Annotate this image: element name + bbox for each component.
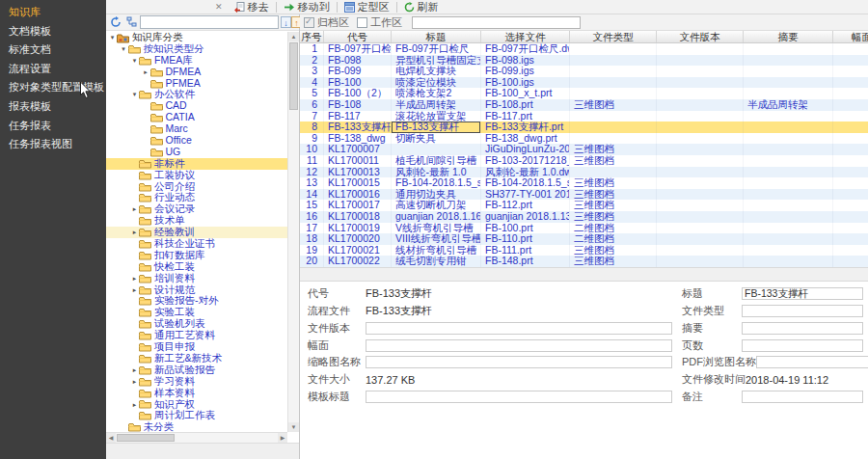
tree-item[interactable]: Marc [106, 123, 287, 135]
form-input[interactable] [366, 356, 672, 368]
table-row[interactable]: 14KL1700016通用切边夹具SH377-TY-001 2018.1.12.… [300, 189, 868, 201]
table-row[interactable]: 10KL1700007JiGuDingLunZu-2018.1.5.prt三维图… [300, 144, 868, 155]
chevron-down-icon[interactable]: ▾ [108, 32, 117, 43]
table-row[interactable]: 7FB-117滚花轮放置支架FB-117.prt [300, 111, 868, 122]
tree-item[interactable]: ▾FMEA库 [106, 55, 287, 67]
table-row[interactable]: 13KL1700015FB-104-2018.1.5_stpFB-104-201… [300, 177, 868, 189]
form-input[interactable] [366, 339, 672, 352]
tree-item[interactable]: ▸DFMEA [106, 67, 287, 78]
table-row[interactable]: 16KL1700018guanjian 2018.1.16guanjian 20… [300, 211, 868, 223]
table-row[interactable]: 11KL1700011植毛机间隙引导槽FB-103-20171218_stp.p… [300, 155, 868, 167]
archive-area-checkbox[interactable]: ✓ [304, 17, 314, 28]
table-row[interactable]: 5FB-100（2）喷漆枪支架2FB-100_x_t.prt [300, 88, 868, 99]
tree-item[interactable]: ▸学习资料 [106, 376, 287, 388]
form-input[interactable] [366, 322, 672, 335]
chevron-right-icon[interactable]: ▸ [130, 376, 139, 388]
scrollbar-thumb[interactable] [117, 434, 175, 442]
table-row[interactable]: 8FB-133支撑杆FB-133支撑杆FB-133支撑杆.prt [300, 122, 868, 133]
form-input[interactable] [742, 287, 863, 300]
table-row[interactable]: 19KL1700021线材折弯机引导槽FB-111.prt三维图档 [300, 245, 868, 256]
column-header[interactable]: 幅面 [833, 31, 868, 42]
filter-input[interactable] [412, 16, 581, 29]
table-row[interactable]: 1FB-097开口检尺FB-097开口检尺FB-097开口检尺.dwg [300, 43, 868, 55]
form-input[interactable] [742, 305, 863, 317]
column-header[interactable]: 标题 [392, 31, 481, 42]
search-down-icon[interactable]: ↓ [281, 16, 291, 28]
tree-item[interactable]: PFMEA [106, 78, 287, 90]
tree-item[interactable]: 非标件 [106, 158, 287, 170]
scroll-down-icon[interactable]: ▼ [288, 422, 299, 432]
toolbar-button-2[interactable]: 移动到 [277, 0, 337, 14]
tree-item[interactable]: 行业动态 [106, 192, 287, 203]
toolbar-button-1[interactable]: 移去 [228, 0, 276, 14]
table-row[interactable]: 17KL1700019V线折弯机引导槽FB-100.prt二维图档 [300, 223, 868, 234]
column-header[interactable]: 序号 [300, 31, 324, 42]
tree-item[interactable]: ▾办公软件 [106, 89, 287, 100]
tree-item[interactable]: CATIA [106, 112, 287, 123]
chevron-down-icon[interactable]: ▾ [130, 55, 139, 67]
tree-item[interactable]: 快检工装 [106, 261, 287, 273]
table-row[interactable]: 9FB-138_dwg切断夹具FB-138_dwg.prt [300, 133, 868, 145]
tree-refresh-icon[interactable] [110, 16, 122, 30]
tree-search-input[interactable] [140, 15, 279, 29]
tree-item[interactable]: ▸会议记录 [106, 203, 287, 215]
form-input[interactable] [742, 391, 863, 403]
form-input[interactable] [756, 356, 868, 368]
scroll-up-icon[interactable]: ▲ [288, 32, 299, 41]
sidebar-item-4[interactable]: 流程设置 [0, 60, 106, 79]
column-header[interactable]: 摘要 [744, 31, 833, 42]
chevron-right-icon[interactable]: ▸ [130, 273, 139, 284]
column-header[interactable]: 代号 [324, 31, 392, 42]
tree-item[interactable]: 公司介绍 [106, 181, 287, 193]
table-row[interactable]: 4FB-100喷漆定位模块FB-100.igs [300, 77, 868, 89]
tree-item[interactable]: 样本资料 [106, 388, 287, 399]
sidebar-item-2[interactable]: 文档模板 [0, 22, 106, 41]
toolbar-button-4[interactable]: 刷新 [397, 0, 446, 14]
scrollbar-thumb[interactable] [289, 42, 298, 110]
table-row[interactable]: 2FB-098异型机引导槽固定支架FB-098.igs [300, 55, 868, 67]
tree-item[interactable]: Office [106, 135, 287, 147]
table-row[interactable]: 20KL1700022绒毛切割专用钳FB-148.prt三维图档 [300, 256, 868, 267]
column-header[interactable]: 文件版本 [657, 31, 744, 42]
tree-item[interactable]: 扣钉数据库 [106, 250, 287, 261]
expand-all-icon[interactable] [126, 16, 138, 30]
chevron-right-icon[interactable]: ▸ [130, 364, 139, 376]
chevron-right-icon[interactable]: ▸ [130, 399, 139, 411]
tree-item[interactable]: 未分类 [106, 421, 287, 432]
sidebar-item-6[interactable]: 报表模板 [0, 97, 106, 117]
table-row[interactable]: 12KL1700013风刺轮-最新 1.0风刺轮-最新 1.0.dwg [300, 167, 868, 178]
table-row[interactable]: 3FB-099电焊机支撑块FB-099.igs [300, 66, 868, 77]
scroll-right-icon[interactable]: ▶ [278, 433, 287, 443]
chevron-right-icon[interactable]: ▸ [130, 284, 139, 296]
sidebar-item-1[interactable]: 知识库 [0, 3, 106, 22]
toolbar-button-3[interactable]: 定型区 [338, 0, 396, 14]
tree-item[interactable]: ▸培训资料 [106, 273, 287, 284]
sidebar-item-5[interactable]: 按对象类型配置模板 [0, 78, 106, 97]
tree-item[interactable]: 技术单 [106, 215, 287, 227]
form-input[interactable] [742, 322, 863, 335]
tree-item[interactable]: 周计划工作表 [106, 410, 287, 421]
sidebar-item-3[interactable]: 标准文档 [0, 40, 106, 60]
table-row[interactable]: 15KL1700017高速切断机刀架FB-112.prt三维图档 [300, 200, 868, 211]
chevron-right-icon[interactable]: ▸ [130, 203, 139, 215]
table-row[interactable]: 6FB-108半成品周转架FB-108.prt三维图档半成品周转架 [300, 99, 868, 111]
work-area-checkbox[interactable] [357, 17, 367, 28]
tree-vertical-scrollbar[interactable]: ▲ ▼ [287, 32, 299, 432]
chevron-down-icon[interactable]: ▾ [130, 89, 139, 100]
chevron-right-icon[interactable]: ▸ [130, 227, 139, 238]
tree-item[interactable]: 通用工艺资料 [106, 330, 287, 341]
column-header[interactable]: 文件类型 [570, 31, 657, 42]
tree-item[interactable]: 实验报告-对外 [106, 295, 287, 307]
tree-item[interactable]: 工装协议 [106, 170, 287, 181]
sidebar-item-8[interactable]: 任务报表视图 [0, 135, 106, 154]
tree-item[interactable]: UG [106, 147, 287, 158]
table-row[interactable]: 18KL1700020VIII线折弯机引导槽FB-110.prt二维图档 [300, 233, 868, 245]
tree-horizontal-scrollbar[interactable]: ◀ ▶ [106, 432, 287, 443]
tree-item[interactable]: ▸新品试验报告 [106, 364, 287, 376]
sidebar-item-7[interactable]: 任务报表 [0, 117, 106, 136]
scroll-left-icon[interactable]: ◀ [106, 433, 116, 443]
chevron-down-icon[interactable]: ▾ [120, 43, 128, 55]
tree-item[interactable]: ▾按知识类型分 [106, 43, 287, 55]
column-header[interactable]: 选择文件 [481, 31, 570, 42]
tree-item[interactable]: CAD [106, 100, 287, 112]
